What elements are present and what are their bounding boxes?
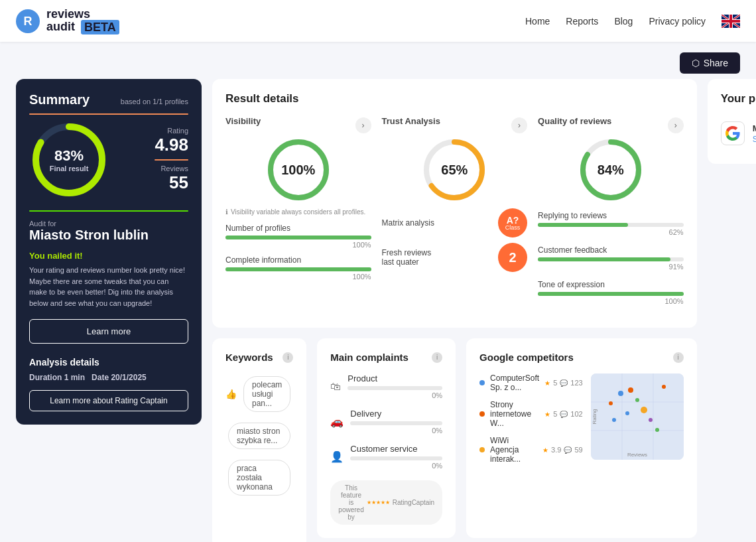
quality-metrics: Replying to reviews 62% Customer feedbac…: [538, 211, 684, 305]
quality-next-arrow[interactable]: ›: [668, 117, 684, 133]
svg-point-25: [628, 387, 633, 393]
summary-column: Summary based on 1/1 profiles 83% Final …: [16, 79, 202, 542]
logo-icon: R: [16, 9, 40, 33]
complaints-info-icon[interactable]: i: [432, 352, 442, 363]
quality-title: Quality of reviews: [538, 116, 611, 126]
svg-point-30: [649, 418, 653, 422]
svg-point-32: [662, 385, 666, 389]
delivery-icon: 🚗: [330, 415, 344, 428]
share-bar: ⬡ Share: [0, 42, 756, 79]
visibility-next-arrow[interactable]: ›: [355, 117, 371, 133]
visibility-title: Visibility: [225, 116, 261, 126]
keyword-2: miasto stron szybka re...: [225, 420, 293, 452]
competitors-info-icon[interactable]: i: [673, 352, 684, 363]
logo[interactable]: R reviews audit BETA: [16, 8, 119, 34]
trust-next-arrow[interactable]: ›: [511, 117, 527, 133]
profile-item-1: Miasto Stron See profile: [721, 116, 756, 151]
svg-text:R: R: [24, 15, 32, 28]
keywords-info-icon[interactable]: i: [283, 352, 293, 363]
profiles-list: Miasto Stron See profile: [721, 116, 756, 151]
powered-by: This feature is powered by ★★★★★ RatingC…: [330, 480, 442, 525]
nav-privacy[interactable]: Privacy policy: [649, 16, 706, 27]
svg-point-31: [612, 418, 616, 422]
complaint-customer-service: 👤 Customer service 0%: [330, 444, 442, 470]
result-details-title: Result details: [225, 92, 684, 105]
svg-rect-19: [591, 373, 684, 460]
nav-home[interactable]: Home: [525, 16, 550, 27]
summary-card: Summary based on 1/1 profiles 83% Final …: [16, 79, 202, 425]
keywords-title: Keywords: [225, 352, 273, 363]
competitors-card: Google competitors i ComputerSoft Sp. z …: [466, 338, 697, 538]
visibility-circle: 100%: [265, 137, 332, 203]
complaint-product: 🛍 Product 0%: [330, 373, 442, 399]
nailed-label: You nailed it!: [29, 251, 188, 261]
nav-blog[interactable]: Blog: [614, 16, 633, 27]
result-columns: Visibility › 100% ℹ Visibility variable …: [225, 116, 684, 314]
right-column: Your profiles Miasto Stron See profile: [708, 79, 756, 542]
result-details-card: Result details Visibility › 100%: [212, 79, 697, 328]
replying-metric: Replying to reviews 62%: [538, 211, 684, 236]
complaint-delivery: 🚗 Delivery 0%: [330, 409, 442, 435]
nav-reports[interactable]: Reports: [566, 16, 598, 27]
nav-links: Home Reports Blog Privacy policy: [525, 15, 740, 28]
summary-title: Summary: [29, 92, 90, 107]
analysis-meta: Duration 1 min Date 20/1/2025: [29, 373, 188, 382]
red-line: [29, 113, 188, 115]
trust-title: Trust Analysis: [382, 116, 440, 126]
visibility-note: ℹ Visibility variable always considers a…: [225, 208, 371, 216]
svg-point-29: [609, 401, 613, 405]
svg-point-28: [635, 398, 639, 402]
logo-line2: audit BETA: [46, 21, 119, 34]
share-button[interactable]: ⬡ Share: [680, 52, 740, 74]
metric-info: Complete information 100%: [225, 255, 371, 281]
keyword-tag-3[interactable]: praca została wykonana: [228, 460, 290, 496]
product-icon: 🛍: [330, 381, 341, 393]
keywords-list: 👍 polecam usługi pan... miasto stron szy…: [225, 373, 293, 498]
green-line: [29, 210, 188, 212]
see-profile-link[interactable]: See profile: [753, 135, 756, 144]
quality-nav: Quality of reviews ›: [538, 116, 684, 134]
rating-reviews: Rating 4.98 Reviews 55: [155, 127, 188, 193]
competitor-2: Strony internetowe W... ★5 💬102: [479, 400, 583, 428]
dot-3: [479, 447, 485, 452]
dot-1: [479, 380, 485, 385]
complaints-card: Main complaints i 🛍 Product 0% 🚗 Deliver…: [317, 338, 456, 538]
learn-more-button[interactable]: Learn more: [29, 319, 188, 344]
dot-2: [479, 411, 485, 417]
google-logo: [721, 121, 745, 145]
complaint-cs-details: Customer service 0%: [350, 444, 442, 470]
based-on: based on 1/1 profiles: [121, 98, 188, 105]
keyword-3: praca została wykonana: [225, 457, 293, 498]
flag-icon[interactable]: [722, 15, 740, 28]
nailed-text: Your rating and reviews number look pret…: [29, 265, 188, 308]
competitor-1: ComputerSoft Sp. z o... ★5 💬123: [479, 373, 583, 392]
visibility-metrics: Number of profiles 100% Complete informa…: [225, 224, 371, 281]
svg-point-33: [655, 428, 659, 432]
metric-profiles: Number of profiles 100%: [225, 224, 371, 249]
svg-text:Reviews: Reviews: [627, 452, 647, 458]
customer-service-icon: 👤: [330, 450, 344, 463]
complaint-delivery-details: Delivery 0%: [350, 409, 442, 435]
logo-text: reviews audit BETA: [46, 8, 119, 34]
analysis-title: Analysis details: [29, 357, 188, 368]
complaints-header: Main complaints i: [330, 352, 442, 363]
keyword-tag-1[interactable]: polecam usługi pan...: [243, 376, 290, 412]
visibility-nav: Visibility ›: [225, 116, 371, 134]
scatter-plot: Reviews Rating: [591, 373, 684, 460]
final-score-donut: 83% Final result: [29, 120, 109, 200]
complaint-product-details: Product 0%: [347, 373, 442, 399]
svg-point-24: [618, 391, 623, 396]
keywords-header: Keywords i: [225, 352, 293, 363]
share-icon: ⬡: [692, 58, 700, 68]
keywords-card: Keywords i 👍 polecam usługi pan... miast…: [212, 338, 306, 542]
svg-point-26: [641, 407, 647, 413]
keyword-1: 👍 polecam usługi pan...: [225, 373, 293, 415]
a-class-badge: A? Class: [498, 208, 527, 237]
tone-metric: Tone of expression 100%: [538, 280, 684, 305]
trust-nav: Trust Analysis ›: [382, 116, 528, 134]
learn-captain-button[interactable]: Learn more about Rating Captain: [29, 390, 188, 411]
trust-items: Matrix analysis A? Class Fresh reviewsla…: [382, 208, 528, 272]
svg-point-27: [625, 411, 629, 415]
keyword-tag-2[interactable]: miasto stron szybka re...: [228, 423, 290, 449]
analysis-details: Analysis details Duration 1 min Date 20/…: [29, 357, 188, 411]
